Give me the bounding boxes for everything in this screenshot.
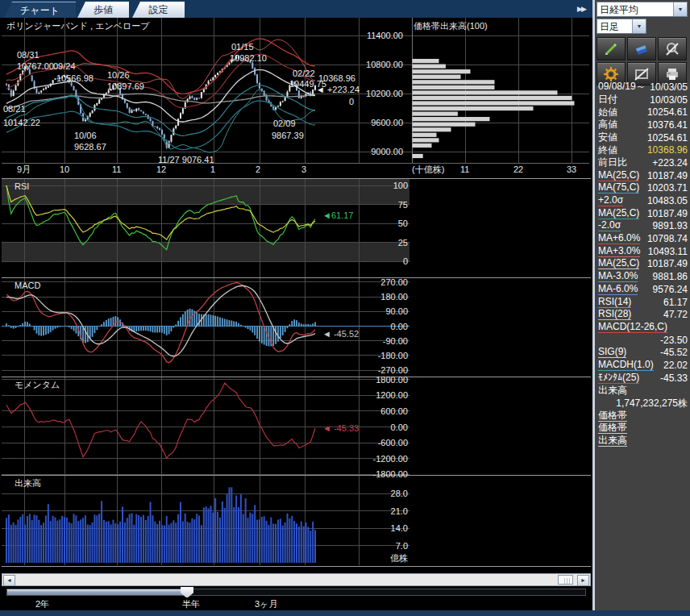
tab-overflow-button[interactable]: ▶▶ [571,3,592,15]
indicator-row: +2.0σ10483.05 [595,194,690,207]
zoom-off-button[interactable] [658,37,687,60]
scroll-left-button[interactable]: ◄ [3,575,15,586]
svg-text:33: 33 [567,164,576,174]
svg-text:90.00: 90.00 [385,306,408,316]
symbol-select-value: 日経平均 [597,2,673,16]
indicator-label[interactable]: MACDH(1.0) [598,360,654,371]
svg-text:◄ -45.33: ◄ -45.33 [322,423,359,433]
indicator-value: 10187.49 [647,170,688,181]
indicator-label[interactable]: RSI(28) [598,309,631,320]
indicator-row: MA(25,C)10187.49 [595,207,690,220]
indicator-label[interactable]: MA+3.0% [598,246,640,257]
panel-off-icon [634,66,650,82]
indicator-label[interactable]: RSI(14) [598,297,631,308]
draw-button[interactable] [596,37,626,60]
svg-text:14.0: 14.0 [391,523,408,533]
symbol-select[interactable]: 日経平均 ▼ [596,2,688,17]
svg-text:9628.67: 9628.67 [74,142,106,152]
tab-settings[interactable]: 設定 [132,2,185,18]
indicator-label[interactable]: MA(75,C) [598,182,639,194]
svg-text:10767.00: 10767.00 [17,61,54,71]
svg-text:7.0: 7.0 [396,541,408,551]
svg-text:11: 11 [460,164,469,174]
indicator-value: 10493.11 [648,246,688,257]
horizontal-scrollbar[interactable]: ◄ ► [2,573,591,586]
indicator-row: 09/08/19～10/03/05 [595,81,690,94]
svg-text:2: 2 [256,164,260,174]
indicator-row: 高値10376.41 [595,119,690,131]
timeframe-select-value: 日足 [597,19,632,33]
indicator-row: ﾓﾒﾝﾀﾑ(25)-45.33 [595,372,690,385]
indicator-row: 1,747,232,275株 [595,397,690,410]
scroll-right-button[interactable]: ► [577,575,589,586]
svg-text:9867.39: 9867.39 [272,131,304,140]
indicator-value: 10483.05 [647,195,688,206]
indicator-label[interactable]: 価格帯 [598,410,627,422]
indicator-row: -23.50 [595,334,690,347]
svg-text:10566.98: 10566.98 [56,73,94,83]
indicator-value: 47.72 [663,309,688,320]
indicator-label[interactable]: MACD(12-26,C) [598,322,667,333]
tab-tick[interactable]: 歩値 [77,2,129,18]
indicator-label: 出来高 [598,385,627,396]
svg-text:11/27 9076.41: 11/27 9076.41 [158,155,214,164]
range-slider-track[interactable] [6,589,586,596]
indicator-row: MA(25,C)10187.49 [595,169,690,182]
indicator-label[interactable]: MA(25,C) [598,208,639,219]
indicator-label[interactable]: MA-6.0% [598,284,638,295]
indicator-label: 前日比 [598,157,627,168]
indicator-value: 1,747,232,275株 [616,397,688,410]
svg-text:08/21: 08/21 [3,104,26,114]
svg-text:◄ -45.52: ◄ -45.52 [322,329,359,339]
indicator-value: 10/03/05 [650,94,688,106]
indicator-label[interactable]: MA(25,C) [598,170,639,181]
indicator-row: 終値10368.96 [595,144,690,156]
indicator-label[interactable]: MA-3.0% [598,271,638,282]
indicator-label[interactable]: SIG(9) [598,347,626,358]
indicator-row: MA-6.0%9576.24 [595,283,690,296]
timeframe-select[interactable]: 日足 ▼ [596,19,646,34]
svg-text:09/24: 09/24 [53,61,76,71]
indicator-row: 始値10254.61 [595,106,690,119]
indicator-label[interactable]: -2.0σ [598,220,621,231]
tab-chart[interactable]: チャート [4,2,76,19]
svg-text:10: 10 [60,164,69,174]
svg-text:75: 75 [398,200,408,210]
svg-text:10982.10: 10982.10 [230,53,267,63]
indicator-label[interactable]: +2.0σ [598,195,623,206]
chevron-down-icon[interactable]: ▼ [673,2,687,16]
svg-text:RSI: RSI [15,181,29,191]
chart-canvas[interactable]: ボリンジャーバンド , エンベロープ価格帯出来高(100)11400.00108… [2,18,591,567]
svg-text:22: 22 [513,164,523,174]
range-slider-thumb[interactable] [181,587,193,598]
indicator-label: 09/08/19～ [598,81,646,92]
chevron-down-icon[interactable]: ▼ [632,19,646,33]
range-slider[interactable] [2,587,591,598]
indicator-label: 終値 [598,145,617,156]
indicator-label[interactable]: ﾓﾒﾝﾀﾑ(25) [598,373,639,384]
tab-bar: チャート 歩値 設定 ▶▶ [0,0,592,18]
range-label-2y[interactable]: 2年 [35,598,49,610]
svg-text:10368.96: 10368.96 [318,73,355,83]
indicator-label[interactable]: 価格帯 [598,422,627,434]
svg-text:02/22: 02/22 [293,69,315,78]
indicator-label[interactable]: 出来高 [598,435,627,447]
erase-button[interactable] [627,37,656,60]
svg-text:11: 11 [112,164,121,174]
svg-text:600.00: 600.00 [380,406,408,416]
indicator-value: -45.52 [660,347,688,358]
svg-text:28.0: 28.0 [391,489,408,498]
indicator-value: 10203.71 [647,182,688,194]
svg-text:-600.00: -600.00 [378,438,408,447]
range-label-3m[interactable]: 3ヶ月 [255,598,277,610]
indicator-row: MA+3.0%10493.11 [595,245,690,258]
svg-text:-180.00: -180.00 [378,351,408,360]
scrollbar-thumb[interactable] [558,575,573,585]
svg-text:-90.00: -90.00 [383,336,408,346]
indicator-label: 始値 [598,107,617,118]
indicator-label: 日付 [598,94,617,105]
svg-text:0.00: 0.00 [391,322,408,331]
indicator-label[interactable]: MA+6.0% [598,233,640,244]
range-label-6m[interactable]: 半年 [182,598,200,610]
indicator-label[interactable]: MA(25,C) [598,258,639,269]
